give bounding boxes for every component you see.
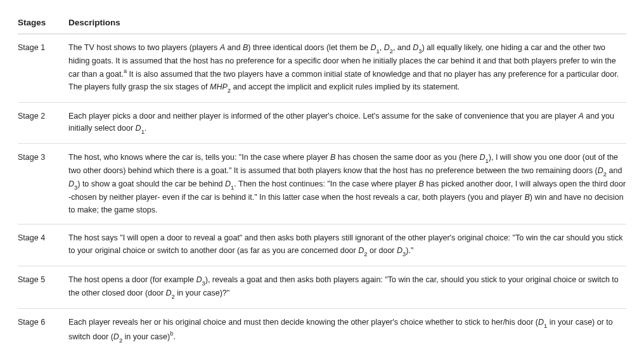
stage-label: Stage 2 (18, 102, 68, 143)
table-row: Stage 1The TV host shows to two players … (18, 34, 626, 103)
stage-label: Stage 6 (18, 308, 68, 345)
header-descriptions: Descriptions (68, 13, 626, 34)
stage-description: The TV host shows to two players (player… (68, 34, 626, 103)
stages-table: Stages Descriptions Stage 1The TV host s… (18, 13, 626, 345)
stage-label: Stage 1 (18, 34, 68, 103)
stage-description: The host says "I will open a door to rev… (68, 225, 626, 266)
stage-description: The host opens a door (for example D3), … (68, 266, 626, 308)
stage-label: Stage 5 (18, 266, 68, 308)
stage-description: Each player picks a door and neither pla… (68, 102, 626, 143)
stage-label: Stage 3 (18, 144, 68, 225)
header-stages: Stages (18, 13, 68, 34)
stage-label: Stage 4 (18, 225, 68, 266)
table-row: Stage 3The host, who knows where the car… (18, 144, 626, 225)
table-row: Stage 2Each player picks a door and neit… (18, 102, 626, 143)
table-row: Stage 5The host opens a door (for exampl… (18, 266, 626, 308)
table-row: Stage 6Each player reveals her or his or… (18, 308, 626, 345)
table-row: Stage 4The host says "I will open a door… (18, 225, 626, 266)
stage-description: The host, who knows where the car is, te… (68, 144, 626, 225)
stage-description: Each player reveals her or his original … (68, 308, 626, 345)
